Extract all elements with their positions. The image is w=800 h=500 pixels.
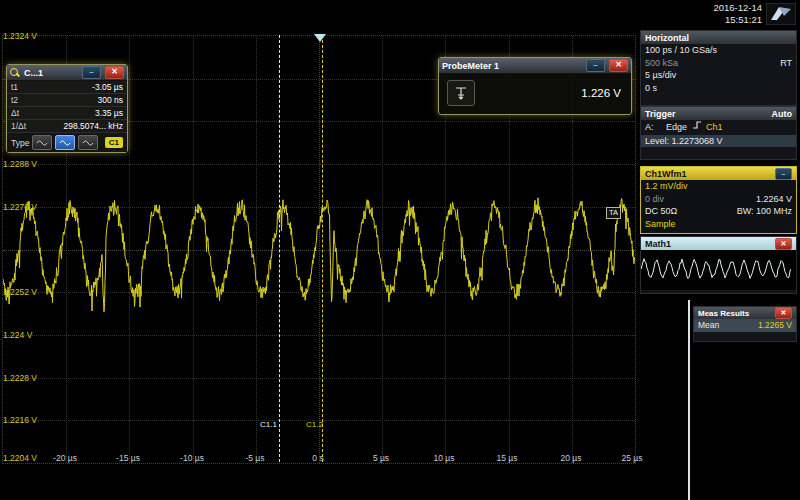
channel1-position: 0 div <box>645 193 664 206</box>
meas-results-panel: Meas Results ✕ Mean 1.2265 V <box>693 306 797 342</box>
timebase-value: 5 µs/div <box>645 69 676 82</box>
cursor-row-t1: t1 -3.05 µs <box>7 81 127 94</box>
horizontal-resolution-row[interactable]: 100 ps / 10 GSa/s <box>641 44 796 57</box>
probemeter-titlebar[interactable]: ProbeMeter 1 – ✕ <box>439 58 631 74</box>
sine-icon <box>82 139 94 147</box>
rs-logo <box>766 3 796 29</box>
channel1-scale-row[interactable]: 1.2 mV/div <box>641 180 796 193</box>
close-button[interactable]: ✕ <box>775 238 792 250</box>
math1-waveform <box>641 250 791 288</box>
cursor-line-2[interactable] <box>322 35 323 462</box>
x-axis-label: 25 µs <box>612 453 652 463</box>
sidebar: 2016-12-14 15:51:21 Horizontal 100 ps / … <box>640 0 800 500</box>
trigger-a-label: A: <box>645 122 654 132</box>
meas-panel-header[interactable]: Meas Results ✕ <box>694 307 796 319</box>
sine-icon <box>36 139 48 147</box>
date-label: 2016-12-14 <box>640 2 762 14</box>
trigger-title: Trigger <box>645 109 676 119</box>
cursor-row-value: 298.5074... kHz <box>63 121 123 131</box>
math1-panel: Math1 ✕ <box>640 236 797 294</box>
trigger-position-marker[interactable] <box>314 34 326 42</box>
close-button[interactable]: ✕ <box>775 307 792 319</box>
channel1-panel-header[interactable]: Ch1Wfm1 – <box>641 167 796 180</box>
cursor-type-both-button[interactable] <box>78 135 98 150</box>
record-length-value: 500 kSa <box>645 57 678 70</box>
probemeter-window: ProbeMeter 1 – ✕ 1.226 V <box>438 57 632 115</box>
cursor-row-value: -3.05 µs <box>92 82 123 92</box>
cursor-window-titlebar[interactable]: C...1 – ✕ <box>7 65 127 81</box>
trigger-mode: Auto <box>772 109 793 119</box>
horizontal-title: Horizontal <box>645 33 689 43</box>
x-axis-label: 5 µs <box>361 453 401 463</box>
trigger-source: Ch1 <box>706 122 723 132</box>
x-axis-label: 10 µs <box>424 453 464 463</box>
trigger-panel-header[interactable]: Trigger Auto <box>641 107 796 120</box>
y-axis-label: 1.224 V <box>3 330 32 340</box>
time-label: 15:51:21 <box>640 14 762 26</box>
cursor-icon <box>10 68 20 78</box>
probe-icon <box>447 80 475 106</box>
trigger-level-marker[interactable]: TA <box>606 207 621 219</box>
x-axis-label: -10 µs <box>172 453 212 463</box>
cursor-type-horizontal-button[interactable] <box>32 135 52 150</box>
y-axis-label: 1.2324 V <box>3 31 37 41</box>
horizontal-panel-header[interactable]: Horizontal <box>641 31 796 44</box>
close-button[interactable]: ✕ <box>105 66 124 79</box>
cursor-source-badge[interactable]: C1 <box>105 137 123 148</box>
meas-value: 1.2265 V <box>758 319 792 332</box>
probemeter-value: 1.226 V <box>581 87 621 99</box>
minimize-button[interactable]: – <box>82 66 101 79</box>
oscilloscope-screen: 1.2324 V 1.2288 V 1.2276 V 1.2252 V 1.22… <box>0 0 800 500</box>
math1-title: Math1 <box>645 239 671 249</box>
datetime: 2016-12-14 15:51:21 <box>640 2 762 26</box>
probemeter-title: ProbeMeter 1 <box>442 61 499 71</box>
meas-title: Meas Results <box>698 309 749 318</box>
math1-panel-header[interactable]: Math1 ✕ <box>641 237 796 250</box>
math1-preview[interactable] <box>641 250 796 290</box>
trigger-level-row[interactable]: Level: 1.2273068 V <box>641 135 796 148</box>
channel1-mode-row[interactable]: Sample <box>641 218 796 231</box>
probemeter-body: 1.226 V <box>439 74 631 114</box>
cursor-row-dt: Δt 3.35 µs <box>7 107 127 120</box>
y-axis-label: 1.2228 V <box>3 373 37 383</box>
horizontal-timebase-row[interactable]: 5 µs/div <box>641 69 796 82</box>
channel1-scale: 1.2 mV/div <box>645 180 688 193</box>
cursor-results-window: C...1 – ✕ t1 -3.05 µs t2 300 ns Δt 3.35 … <box>6 64 128 153</box>
trigger-source-row[interactable]: A: Edge Ch1 <box>641 120 796 134</box>
y-axis-label: 1.2276 V <box>3 202 37 212</box>
horizontal-record-row[interactable]: 500 kSa RT <box>641 57 796 70</box>
smartgrid-divider[interactable] <box>688 300 690 500</box>
channel1-title: Ch1Wfm1 <box>645 169 687 179</box>
cursor-row-t2: t2 300 ns <box>7 94 127 107</box>
x-axis-label: -20 µs <box>45 453 85 463</box>
channel1-offset: 1.2264 V <box>756 193 792 206</box>
resolution-value: 100 ps / 10 GSa/s <box>645 44 717 57</box>
x-axis-label: 0 s <box>298 453 338 463</box>
cursor-type-row: Type C1 <box>7 133 127 152</box>
horizontal-panel: Horizontal 100 ps / 10 GSa/s 500 kSa RT … <box>640 30 797 106</box>
cursor-row-label: t1 <box>11 82 18 92</box>
cursor-type-vertical-button[interactable] <box>55 135 75 150</box>
horizontal-position-row[interactable]: 0 s <box>641 82 796 95</box>
minimize-button[interactable]: – <box>586 59 605 72</box>
cursor-row-label: Δt <box>11 108 19 118</box>
channel1-position-row[interactable]: 0 div 1.2264 V <box>641 193 796 206</box>
cursor-row-label: 1/Δt <box>11 121 26 131</box>
trigger-type: Edge <box>666 122 687 132</box>
meas-mean-row[interactable]: Mean 1.2265 V <box>694 319 796 332</box>
x-axis-label: 15 µs <box>487 453 527 463</box>
close-button[interactable]: ✕ <box>609 59 628 72</box>
trigger-level-value: Level: 1.2273068 V <box>645 135 723 148</box>
x-axis-label: 20 µs <box>551 453 591 463</box>
channel1-coupling: DC 50Ω <box>645 205 677 218</box>
y-axis-label: 1.2216 V <box>3 415 37 425</box>
cursor-line-1[interactable] <box>279 35 280 462</box>
y-axis-label: 1.2288 V <box>3 159 37 169</box>
minimize-button[interactable]: – <box>775 168 792 180</box>
cursor-row-label: t2 <box>11 95 18 105</box>
channel1-coupling-row[interactable]: DC 50Ω BW: 100 MHz <box>641 205 796 218</box>
cursor-row-inv-dt: 1/Δt 298.5074... kHz <box>7 120 127 133</box>
trigger-panel: Trigger Auto A: Edge Ch1 Level: 1.227306… <box>640 106 797 160</box>
cursor-row-value: 3.35 µs <box>95 108 123 118</box>
channel1-mode: Sample <box>645 218 676 231</box>
